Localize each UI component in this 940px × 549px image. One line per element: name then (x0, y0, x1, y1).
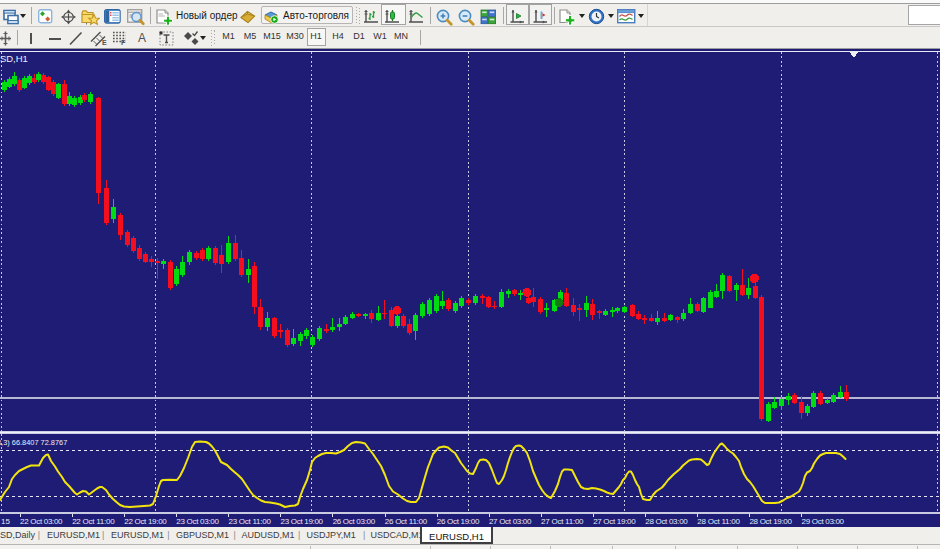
svg-text:27 Oct 03:00: 27 Oct 03:00 (489, 517, 532, 526)
svg-text:27 Oct 19:00: 27 Oct 19:00 (593, 517, 636, 526)
svg-text:28 Oct 19:00: 28 Oct 19:00 (749, 517, 792, 526)
svg-text:28 Oct 03:00: 28 Oct 03:00 (645, 517, 688, 526)
svg-text:15: 15 (1, 517, 10, 526)
svg-text:22 Oct 03:00: 22 Oct 03:00 (20, 517, 63, 526)
svg-text:23 Oct 19:00: 23 Oct 19:00 (281, 517, 324, 526)
svg-text:3,3) 66.8407 72.8767: 3,3) 66.8407 72.8767 (0, 438, 67, 447)
svg-text:23 Oct 11:00: 23 Oct 11:00 (228, 517, 271, 526)
svg-text:22 Oct 11:00: 22 Oct 11:00 (72, 517, 115, 526)
svg-text:27 Oct 11:00: 27 Oct 11:00 (541, 517, 584, 526)
svg-text:29 Oct 03:00: 29 Oct 03:00 (802, 517, 845, 526)
svg-text:26 Oct 19:00: 26 Oct 19:00 (437, 517, 480, 526)
svg-text:22 Oct 19:00: 22 Oct 19:00 (124, 517, 167, 526)
svg-text:EURUSD,H1: EURUSD,H1 (0, 53, 28, 64)
svg-text:26 Oct 03:00: 26 Oct 03:00 (333, 517, 376, 526)
svg-text:26 Oct 11:00: 26 Oct 11:00 (385, 517, 428, 526)
svg-text:28 Oct 11:00: 28 Oct 11:00 (697, 517, 740, 526)
svg-text:23 Oct 03:00: 23 Oct 03:00 (176, 517, 219, 526)
